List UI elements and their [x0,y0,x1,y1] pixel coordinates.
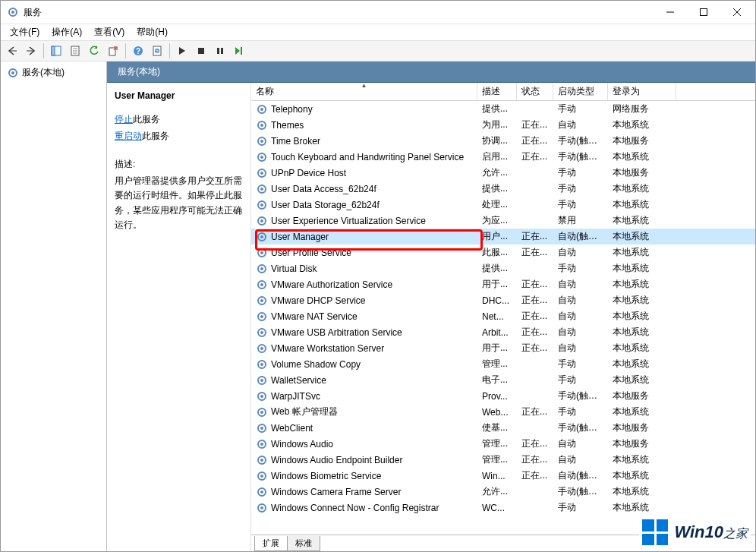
cell-start: 手动 [553,262,608,275]
svg-rect-3 [701,9,707,16]
maximize-button[interactable] [687,1,720,24]
service-row[interactable]: Volume Shadow Copy管理...手动本地系统 [251,356,755,372]
menu-view[interactable]: 查看(V) [88,24,131,40]
service-row[interactable]: Windows Connect Now - Config RegistrarWC… [251,500,755,516]
gear-icon [256,438,268,450]
service-row[interactable]: Time Broker协调...正在...手动(触发...本地服务 [251,133,755,149]
svg-point-55 [260,315,263,318]
menu-help[interactable]: 帮助(H) [131,24,174,40]
main-header-title: 服务(本地) [118,65,160,78]
column-name[interactable]: 名称▲ [251,83,477,100]
tab-standard[interactable]: 标准 [287,536,320,551]
svg-point-63 [260,379,263,382]
column-state[interactable]: 状态 [517,83,553,100]
cell-logon: 本地系统 [608,453,676,466]
cell-start: 自动 [553,246,608,259]
cell-logon: 本地系统 [608,469,676,482]
forward-button[interactable] [23,43,39,59]
gear-icon [256,199,268,211]
cell-logon: 本地系统 [608,405,676,418]
window-title: 服务 [24,6,654,19]
column-startup-type[interactable]: 启动类型 [553,83,608,100]
cell-start: 手动 [553,405,608,418]
cell-desc: 管理... [477,437,517,450]
service-row[interactable]: WalletService电子...手动本地系统 [251,372,755,388]
service-row[interactable]: User Data Access_62b24f提供...手动本地系统 [251,181,755,197]
cell-logon: 本地系统 [608,182,676,195]
cell-desc: DHC... [477,295,517,306]
menu-file[interactable]: 文件(F) [4,24,46,40]
cell-start: 自动 [553,310,608,323]
cell-name: VMware USB Arbitration Service [251,326,477,339]
service-row[interactable]: Windows Audio Endpoint Builder管理...正在...… [251,452,755,468]
service-row[interactable]: VMware Workstation Server用于...正在...自动本地系… [251,340,755,356]
back-button[interactable] [4,43,20,59]
gear-icon [256,119,268,131]
restart-service-button[interactable] [231,43,247,59]
stop-service-button[interactable] [193,43,209,59]
service-row[interactable]: Windows Biometric ServiceWin...正在...自动(触… [251,468,755,484]
service-row[interactable]: Touch Keyboard and Handwriting Panel Ser… [251,149,755,165]
svg-point-57 [260,331,263,334]
cell-logon: 本地系统 [608,294,676,307]
menu-action[interactable]: 操作(A) [46,24,88,40]
cell-name: Time Broker [251,135,477,147]
close-button[interactable] [720,1,754,24]
service-row[interactable]: VMware DHCP ServiceDHC...正在...自动本地系统 [251,292,755,308]
svg-point-59 [260,347,263,350]
service-row[interactable]: User Data Storage_62b24f处理...手动本地系统 [251,197,755,213]
restart-link[interactable]: 重启动 [115,131,142,141]
service-row[interactable]: Web 帐户管理器Web...正在...手动本地系统 [251,404,755,420]
show-hide-tree-button[interactable] [48,43,65,59]
column-logon-as[interactable]: 登录为 [608,83,676,100]
service-row[interactable]: Themes为用...正在...自动本地系统 [251,117,755,133]
column-description[interactable]: 描述 [477,83,517,100]
nav-root-label: 服务(本地) [22,66,65,79]
nav-services-local[interactable]: 服务(本地) [4,65,103,80]
help-topics-button[interactable]: ? [149,43,165,59]
service-row[interactable]: Windows Camera Frame Server允许...手动(触发...… [251,484,755,500]
gear-icon [256,311,268,323]
properties-button[interactable] [67,43,83,59]
svg-point-39 [260,188,263,191]
service-row[interactable]: User Experience Virtualization Service为应… [251,213,755,229]
service-row[interactable]: Virtual Disk提供...手动本地系统 [251,260,755,276]
refresh-button[interactable] [86,43,102,59]
pause-service-button[interactable] [212,43,228,59]
stop-link[interactable]: 停止 [115,114,133,125]
start-service-button[interactable] [174,43,191,59]
service-row[interactable]: WebClient使基...手动(触发...本地服务 [251,420,755,436]
minimize-button[interactable] [654,1,687,24]
service-row[interactable]: WarpJITSvcProv...手动(触发...本地服务 [251,388,755,404]
service-row[interactable]: VMware Authorization Service用于...正在...自动… [251,276,755,292]
svg-point-41 [260,203,263,207]
cell-desc: 用于... [477,278,517,291]
toolbar-separator [125,43,126,58]
svg-text:?: ? [136,47,140,55]
service-row[interactable]: User Profile Service此服...正在...自动本地系统 [251,244,755,260]
service-row[interactable]: User Manager用户...正在...自动(触发...本地系统 [251,229,755,244]
service-row[interactable]: Telephony提供...手动网络服务 [251,101,755,117]
svg-point-1 [11,11,14,14]
cell-name: Telephony [251,103,477,115]
svg-point-69 [260,427,263,430]
cell-name: Windows Audio Endpoint Builder [251,454,477,466]
cell-name: VMware DHCP Service [251,295,477,307]
svg-point-79 [260,506,263,509]
export-button[interactable] [105,43,121,59]
service-row[interactable]: UPnP Device Host允许...手动本地服务 [251,165,755,181]
service-row[interactable]: Windows Audio管理...正在...自动本地服务 [251,436,755,452]
list-header: 名称▲ 描述 状态 启动类型 登录为 [251,83,755,101]
cell-start: 手动 [553,103,608,115]
cell-name: WebClient [251,422,477,434]
help-button[interactable]: ? [130,43,146,59]
toolbar-separator [169,43,170,58]
svg-rect-22 [221,48,223,54]
cell-logon: 本地系统 [608,278,676,291]
service-row[interactable]: VMware USB Arbitration ServiceArbit...正在… [251,324,755,340]
service-row[interactable]: VMware NAT ServiceNet...正在...自动本地系统 [251,308,755,324]
list-rows[interactable]: Telephony提供...手动网络服务Themes为用...正在...自动本地… [251,101,755,535]
cell-name: VMware NAT Service [251,311,477,323]
cell-desc: 为用... [477,118,517,131]
tab-extended[interactable]: 扩展 [254,536,288,551]
